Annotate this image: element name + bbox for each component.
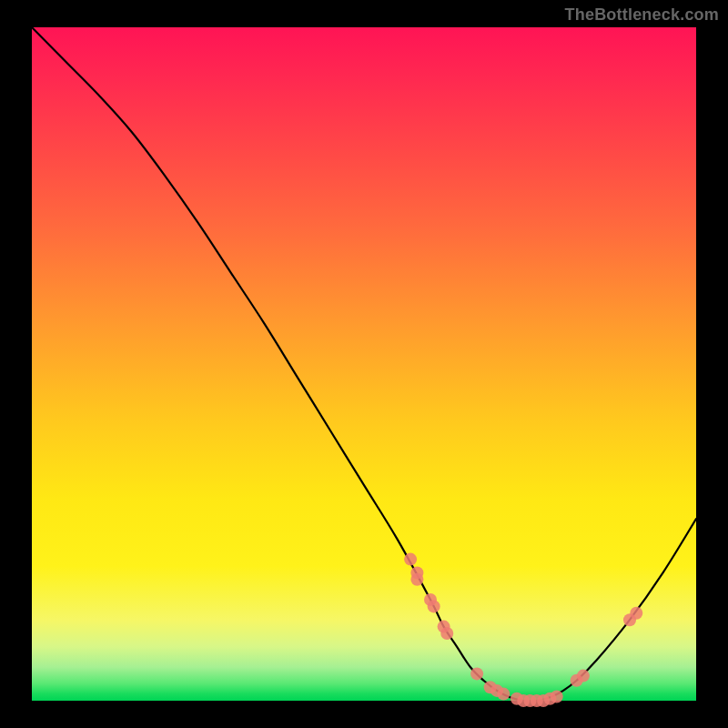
data-point	[428, 600, 440, 612]
data-point	[577, 670, 590, 682]
chart-svg	[32, 27, 696, 701]
data-point	[410, 573, 423, 586]
data-point	[630, 607, 642, 620]
bottleneck-curve	[32, 27, 696, 701]
data-point	[440, 627, 453, 640]
data-markers	[404, 553, 642, 707]
data-point	[551, 691, 563, 703]
plot-area	[32, 27, 696, 701]
data-point	[470, 667, 483, 680]
data-point	[497, 688, 510, 701]
watermark-text: TheBottleneck.com	[565, 5, 719, 25]
data-point	[404, 553, 417, 566]
